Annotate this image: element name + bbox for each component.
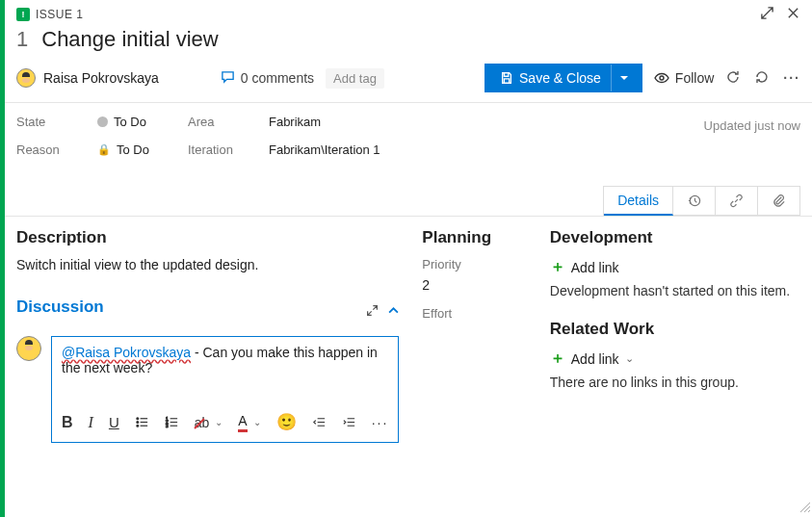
lock-icon: 🔒 <box>97 143 111 156</box>
work-item-window: ! ISSUE 1 1 Change initial view Raisa Po… <box>0 0 812 517</box>
state-dot-icon <box>97 116 108 127</box>
assignee-picker[interactable]: Raisa Pokrovskaya <box>16 68 159 88</box>
bulleted-list-button[interactable] <box>135 415 149 429</box>
type-color-bar <box>0 0 5 517</box>
link-icon <box>729 194 744 208</box>
expand-discussion-icon[interactable] <box>366 304 379 320</box>
assignee-name: Raisa Pokrovskaya <box>43 70 159 86</box>
eye-icon <box>654 70 669 86</box>
mention[interactable]: @Raisa Pokrovskaya <box>62 345 191 360</box>
numbered-list-button[interactable]: 123 <box>165 415 179 429</box>
editor-toolbar: B I U 123 ab⌄ A⌄ 🙂 ··· <box>52 406 398 442</box>
outdent-button[interactable] <box>312 415 327 429</box>
discussion-heading: Discussion <box>16 297 104 317</box>
more-actions-icon[interactable]: ··· <box>783 70 800 86</box>
development-add-link[interactable]: ＋ Add link <box>550 257 800 277</box>
attachment-icon <box>772 194 786 208</box>
issue-type-icon: ! <box>16 8 30 21</box>
save-dropdown[interactable] <box>611 65 637 91</box>
expand-icon[interactable] <box>760 6 774 23</box>
save-and-close-button[interactable]: Save & Close <box>485 64 642 92</box>
state-value[interactable]: To Do <box>97 115 149 129</box>
development-heading: Development <box>550 228 800 247</box>
refresh-icon[interactable] <box>725 69 741 88</box>
underline-button[interactable]: U <box>109 414 119 430</box>
font-color-button[interactable]: A <box>238 413 247 432</box>
comment-icon <box>221 69 235 87</box>
undo-icon[interactable] <box>754 69 770 88</box>
reason-label: Reason <box>16 142 78 157</box>
clear-format-dropdown-icon[interactable]: ⌄ <box>215 417 223 427</box>
comment-text[interactable]: @Raisa Pokrovskaya - Can you make this h… <box>52 337 398 406</box>
related-heading: Related Work <box>550 320 800 339</box>
updated-timestamp: Updated just now <box>704 115 800 157</box>
reason-value[interactable]: 🔒To Do <box>97 142 149 157</box>
clear-format-button[interactable]: ab <box>195 415 210 430</box>
avatar-icon <box>16 68 36 88</box>
body: Description Switch initial view to the u… <box>5 217 812 517</box>
titlebar: ! ISSUE 1 <box>5 0 812 27</box>
development-empty: Development hasn't started on this item. <box>550 283 800 298</box>
comment-editor[interactable]: @Raisa Pokrovskaya - Can you make this h… <box>51 336 399 443</box>
description-text[interactable]: Switch initial view to the updated desig… <box>16 257 399 272</box>
tab-attachments[interactable] <box>758 187 799 215</box>
chevron-down-icon: ⌄ <box>625 352 634 365</box>
work-item-id: 1 <box>16 27 28 52</box>
issue-label: ISSUE 1 <box>36 8 84 21</box>
plus-icon: ＋ <box>550 349 565 369</box>
font-color-dropdown-icon[interactable]: ⌄ <box>253 417 261 427</box>
description-heading: Description <box>16 228 399 247</box>
tab-history[interactable] <box>673 187 716 215</box>
effort-label: Effort <box>422 306 526 321</box>
svg-text:3: 3 <box>166 424 169 428</box>
toolbar: Raisa Pokrovskaya 0 comments Add tag Sav… <box>5 60 812 102</box>
svg-point-0 <box>660 76 664 80</box>
comment-avatar-icon <box>16 336 41 361</box>
title-row: 1 Change initial view <box>5 27 812 60</box>
detail-tabstrip: Details <box>5 161 812 216</box>
history-icon <box>687 194 701 208</box>
related-empty: There are no links in this group. <box>550 375 800 390</box>
svg-point-3 <box>137 422 139 424</box>
area-value[interactable]: Fabrikam <box>269 115 380 129</box>
follow-button[interactable]: Follow <box>654 70 714 86</box>
svg-point-2 <box>137 418 139 420</box>
iteration-value[interactable]: Fabrikam\Iteration 1 <box>269 142 380 157</box>
fields-section: State To Do Reason 🔒To Do Area Fabrikam … <box>5 103 812 161</box>
comments-count: 0 comments <box>241 70 314 86</box>
resize-grip-icon[interactable] <box>799 500 810 515</box>
tab-details[interactable]: Details <box>604 187 673 216</box>
work-item-title[interactable]: Change initial view <box>41 27 218 52</box>
more-format-button[interactable]: ··· <box>372 415 389 430</box>
planning-heading: Planning <box>422 228 526 247</box>
italic-button[interactable]: I <box>89 414 93 431</box>
add-tag-button[interactable]: Add tag <box>326 68 384 89</box>
bold-button[interactable]: B <box>62 414 73 431</box>
save-icon <box>500 71 513 85</box>
state-label: State <box>16 115 78 129</box>
area-label: Area <box>188 115 249 129</box>
comments-link[interactable]: 0 comments <box>221 69 314 87</box>
svg-point-4 <box>137 425 139 427</box>
iteration-label: Iteration <box>188 142 249 157</box>
close-icon[interactable] <box>786 6 800 23</box>
indent-button[interactable] <box>342 415 356 429</box>
plus-icon: ＋ <box>550 257 565 277</box>
priority-value[interactable]: 2 <box>422 277 526 293</box>
priority-label: Priority <box>422 257 526 271</box>
collapse-discussion-icon[interactable] <box>388 304 399 320</box>
emoji-button[interactable]: 🙂 <box>276 412 297 432</box>
related-add-link[interactable]: ＋ Add link ⌄ <box>550 349 800 369</box>
tab-links[interactable] <box>716 187 758 215</box>
